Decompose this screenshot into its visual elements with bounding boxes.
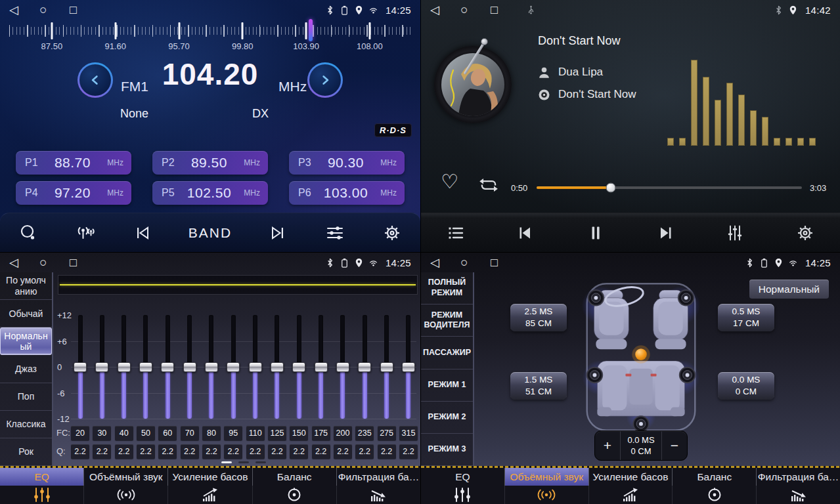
eq-band-slider-4[interactable] [161, 315, 174, 419]
q-value-10[interactable]: 2.2 [290, 444, 308, 459]
eq-slider-handle[interactable] [183, 362, 196, 372]
nav-back-icon[interactable]: ◁ [9, 253, 39, 272]
q-value-15[interactable]: 2.2 [399, 444, 418, 459]
fc-value-4[interactable]: 60 [158, 426, 177, 440]
sf-mode-item-2[interactable]: ПАССАЖИР [421, 337, 473, 369]
delay-front-right[interactable]: 0.5 MS 17 CM [718, 304, 774, 331]
eq-band-slider-0[interactable] [74, 315, 87, 419]
q-value-7[interactable]: 2.2 [224, 444, 242, 459]
bass-boost-icon[interactable] [168, 486, 252, 504]
fc-value-9[interactable]: 125 [268, 426, 286, 440]
eq-band-slider-15[interactable] [402, 315, 415, 419]
sf-mode-item-1[interactable]: РЕЖИМ ВОДИТЕЛЯ [421, 304, 473, 337]
band-button[interactable]: BAND [188, 225, 232, 241]
fc-value-14[interactable]: 275 [378, 426, 396, 440]
fc-value-12[interactable]: 200 [334, 426, 352, 440]
eq-preset-item-0[interactable]: По умолчанию [0, 272, 52, 300]
tab-right-4[interactable]: Фильтрация ба… [757, 468, 840, 486]
previous-track-icon[interactable] [514, 223, 537, 243]
nav-home-icon[interactable]: ○ [39, 253, 70, 272]
eq-slider-handle[interactable] [380, 362, 393, 372]
tab-right-0[interactable]: EQ [421, 468, 505, 486]
nav-home-icon[interactable]: ○ [39, 0, 70, 20]
eq-band-slider-2[interactable] [118, 315, 131, 419]
fc-value-13[interactable]: 235 [355, 426, 374, 440]
eq-band-slider-9[interactable] [271, 315, 284, 419]
tune-down-button[interactable] [77, 62, 113, 98]
page-dot[interactable] [238, 461, 249, 463]
nav-recents-icon[interactable]: □ [491, 253, 521, 272]
eq-slider-handle[interactable] [402, 362, 415, 372]
fc-value-8[interactable]: 110 [246, 426, 265, 440]
nav-home-icon[interactable]: ○ [460, 253, 491, 272]
fc-value-6[interactable]: 80 [202, 426, 221, 440]
eq-slider-handle[interactable] [227, 362, 240, 372]
q-value-9[interactable]: 2.2 [268, 444, 286, 459]
tab-left-1[interactable]: Объёмный звук [84, 468, 168, 486]
album-art[interactable] [434, 46, 512, 123]
delay-rear-left[interactable]: 1.5 MS 51 CM [510, 372, 567, 400]
eq-band-slider-8[interactable] [249, 315, 262, 419]
eq-band-slider-7[interactable] [227, 315, 240, 419]
page-dot-active[interactable] [221, 461, 232, 463]
eq-band-slider-5[interactable] [183, 315, 196, 419]
q-value-13[interactable]: 2.2 [355, 444, 374, 459]
eq-slider-handle[interactable] [139, 362, 152, 372]
q-value-1[interactable]: 2.2 [93, 444, 111, 459]
sound-profile-badge[interactable]: Нормальный [749, 280, 829, 299]
equalizer-icon[interactable] [724, 223, 746, 243]
sf-mode-item-0[interactable]: ПОЛНЫЙ РЕЖИМ [421, 272, 473, 304]
eq-band-slider-11[interactable] [315, 315, 328, 419]
eq-slider-handle[interactable] [74, 362, 87, 372]
tab-left-3[interactable]: Баланс [253, 468, 337, 486]
nav-home-icon[interactable]: ○ [460, 0, 491, 20]
settings-gear-icon[interactable] [794, 223, 816, 243]
eq-band-slider-10[interactable] [292, 315, 305, 419]
nav-recents-icon[interactable]: □ [70, 253, 100, 272]
next-station-icon[interactable] [267, 223, 289, 243]
repeat-icon[interactable] [477, 176, 500, 194]
eq-slider-handle[interactable] [95, 362, 108, 372]
page-dot[interactable] [255, 461, 266, 463]
fc-value-15[interactable]: 315 [399, 426, 418, 440]
sf-mode-item-5[interactable]: РЕЖИМ 3 [421, 434, 473, 466]
playlist-icon[interactable] [445, 223, 467, 243]
nav-recents-icon[interactable]: □ [70, 0, 100, 20]
fc-value-11[interactable]: 175 [312, 426, 330, 440]
tab-left-4[interactable]: Фильтрация ба… [337, 468, 420, 486]
preset-button-p1[interactable]: P188.70MHz [16, 151, 131, 175]
fc-value-0[interactable]: 20 [71, 426, 89, 440]
tab-right-3[interactable]: Баланс [673, 468, 757, 486]
eq-slider-handle[interactable] [161, 362, 174, 372]
delay-rear-right[interactable]: 0.0 MS 0 CM [718, 372, 774, 400]
next-track-icon[interactable] [654, 223, 676, 243]
nav-recents-icon[interactable]: □ [491, 0, 521, 20]
eq-band-slider-13[interactable] [358, 315, 371, 419]
q-value-6[interactable]: 2.2 [202, 444, 221, 459]
fc-value-2[interactable]: 40 [115, 426, 133, 440]
scan-icon[interactable] [17, 223, 39, 243]
eq-sliders-icon[interactable] [421, 486, 505, 504]
eq-band-slider-3[interactable] [139, 315, 152, 419]
q-value-0[interactable]: 2.2 [71, 444, 89, 459]
fc-value-3[interactable]: 50 [137, 426, 155, 440]
surround-icon[interactable] [505, 486, 589, 504]
preset-button-p3[interactable]: P390.30MHz [289, 151, 405, 175]
q-value-14[interactable]: 2.2 [378, 444, 396, 459]
q-value-4[interactable]: 2.2 [158, 444, 177, 459]
pause-icon[interactable] [585, 223, 607, 243]
eq-band-slider-12[interactable] [336, 315, 349, 419]
broadcast-icon[interactable] [74, 223, 97, 243]
balance-icon[interactable] [673, 486, 757, 504]
seek-bar[interactable] [537, 186, 802, 189]
tab-right-1[interactable]: Объёмный звук [505, 468, 589, 486]
nav-back-icon[interactable]: ◁ [430, 253, 460, 272]
eq-slider-handle[interactable] [118, 362, 131, 372]
eq-slider-handle[interactable] [249, 362, 262, 372]
q-value-3[interactable]: 2.2 [137, 444, 155, 459]
q-value-11[interactable]: 2.2 [312, 444, 330, 459]
preset-button-p2[interactable]: P289.50MHz [152, 151, 268, 175]
eq-sliders-icon[interactable] [0, 486, 84, 504]
q-value-8[interactable]: 2.2 [246, 444, 265, 459]
tab-right-2[interactable]: Усиление басов [589, 468, 673, 486]
